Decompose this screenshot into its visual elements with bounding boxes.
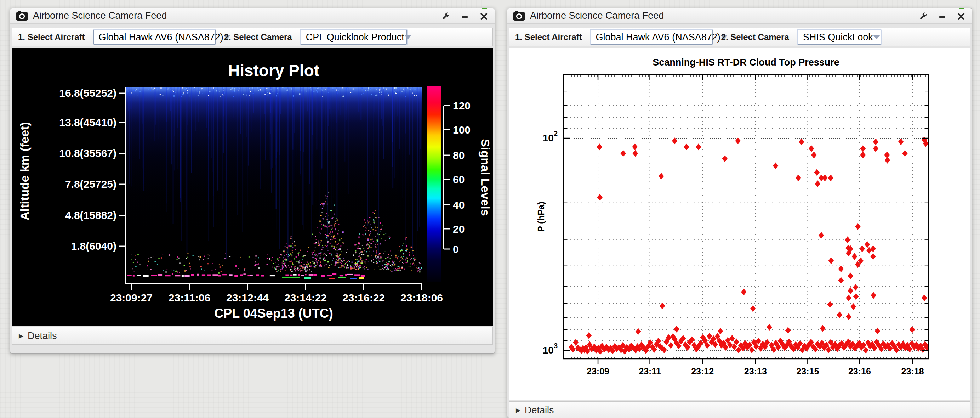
svg-text:4.8(15882): 4.8(15882) xyxy=(65,209,116,221)
svg-text:Altitude km (feet): Altitude km (feet) xyxy=(18,122,31,220)
svg-text:23:09:27: 23:09:27 xyxy=(110,292,153,303)
chevron-down-icon xyxy=(873,35,880,39)
svg-text:23:16:22: 23:16:22 xyxy=(342,292,385,303)
window-header[interactable]: Airborne Science Camera Feed xyxy=(508,8,972,24)
svg-text:16.8(55252): 16.8(55252) xyxy=(59,87,116,99)
desktop: { "left_panel": { "title": "Airborne Sci… xyxy=(0,0,980,418)
svg-text:13.8(45410): 13.8(45410) xyxy=(59,116,116,128)
svg-text:120: 120 xyxy=(453,100,471,112)
camera-select[interactable]: SHIS QuickLook xyxy=(798,30,881,45)
select-camera-label: 2. Select Camera xyxy=(224,32,292,42)
chevron-down-icon xyxy=(404,35,411,39)
shis-widget-window: Airborne Science Camera Feed 1. Select A… xyxy=(507,8,972,418)
svg-text:23:12: 23:12 xyxy=(691,366,714,376)
select-aircraft-label: 1. Select Aircraft xyxy=(18,32,85,42)
details-expander[interactable]: ▶ Details xyxy=(12,327,493,345)
svg-text:23:12:44: 23:12:44 xyxy=(226,292,269,303)
settings-wrench-icon[interactable] xyxy=(918,11,928,21)
svg-text:23:14:22: 23:14:22 xyxy=(284,292,327,303)
aircraft-select[interactable]: Global Hawk AV6 (NASA872) xyxy=(94,30,216,45)
svg-text:1.8(6040): 1.8(6040) xyxy=(71,240,116,252)
svg-text:23:18:06: 23:18:06 xyxy=(401,292,443,303)
settings-wrench-icon[interactable] xyxy=(441,11,451,21)
minimize-icon[interactable] xyxy=(460,11,470,21)
camera-select[interactable]: CPL Quicklook Product xyxy=(301,30,407,45)
svg-text:40: 40 xyxy=(453,199,465,211)
close-icon[interactable] xyxy=(956,11,966,21)
cpl-widget-window: Airborne Science Camera Feed 1. Select A… xyxy=(10,8,495,354)
disclosure-triangle-icon: ▶ xyxy=(19,332,23,340)
svg-text:History Plot: History Plot xyxy=(228,61,319,80)
svg-text:100: 100 xyxy=(453,124,471,136)
details-label: Details xyxy=(28,330,57,341)
svg-text:10.8(35567): 10.8(35567) xyxy=(59,147,116,159)
svg-text:80: 80 xyxy=(453,150,465,161)
status-dash xyxy=(959,8,964,9)
svg-text:23:09: 23:09 xyxy=(587,366,609,376)
select-aircraft-label: 1. Select Aircraft xyxy=(515,32,582,42)
svg-text:20: 20 xyxy=(453,223,465,235)
svg-text:60: 60 xyxy=(453,174,465,185)
details-expander[interactable]: ▶ Details xyxy=(509,401,970,418)
svg-text:23:11: 23:11 xyxy=(639,366,661,376)
close-icon[interactable] xyxy=(479,11,489,21)
details-label: Details xyxy=(525,405,554,416)
window-header[interactable]: Airborne Science Camera Feed xyxy=(10,8,495,24)
feed-toolbar: 1. Select Aircraft Global Hawk AV6 (NASA… xyxy=(12,28,493,46)
svg-text:23:16: 23:16 xyxy=(848,366,871,376)
select-camera-label: 2. Select Camera xyxy=(721,32,789,42)
svg-text:7.8(25725): 7.8(25725) xyxy=(65,178,116,190)
svg-text:P (hPa): P (hPa) xyxy=(536,201,546,232)
svg-text:0: 0 xyxy=(453,243,459,255)
minimize-icon[interactable] xyxy=(937,11,947,21)
svg-text:23:18: 23:18 xyxy=(901,366,924,376)
aircraft-select[interactable]: Global Hawk AV6 (NASA872) xyxy=(590,30,713,45)
camera-icon xyxy=(16,11,28,21)
feed-toolbar: 1. Select Aircraft Global Hawk AV6 (NASA… xyxy=(509,28,970,46)
svg-text:23:11:06: 23:11:06 xyxy=(169,292,210,303)
window-title: Airborne Science Camera Feed xyxy=(33,10,167,21)
svg-text:Scanning-HIS RT-DR Cloud Top P: Scanning-HIS RT-DR Cloud Top Pressure xyxy=(652,57,840,68)
cpl-quicklook-image: History Plot16.8(55252)13.8(45410)10.8(3… xyxy=(12,48,493,325)
svg-text:23:13: 23:13 xyxy=(744,366,767,376)
svg-text:Signal Levels: Signal Levels xyxy=(479,139,492,216)
camera-icon xyxy=(513,11,525,21)
svg-text:23:15: 23:15 xyxy=(796,366,819,376)
shis-quicklook-plot: 23:0923:1123:1223:1323:1523:1623:1810210… xyxy=(509,48,970,400)
disclosure-triangle-icon: ▶ xyxy=(516,407,520,414)
svg-text:CPL 04Sep13 (UTC): CPL 04Sep13 (UTC) xyxy=(214,306,333,321)
window-title: Airborne Science Camera Feed xyxy=(530,10,664,21)
status-dash xyxy=(482,8,487,9)
